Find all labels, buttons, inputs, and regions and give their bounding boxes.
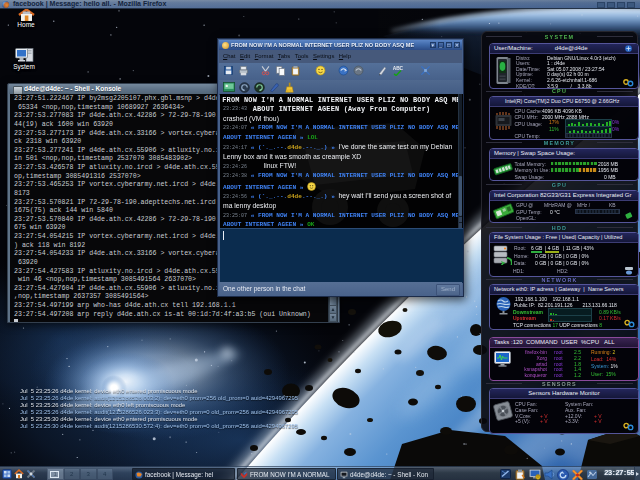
svg-text:ABC: ABC <box>393 66 403 71</box>
